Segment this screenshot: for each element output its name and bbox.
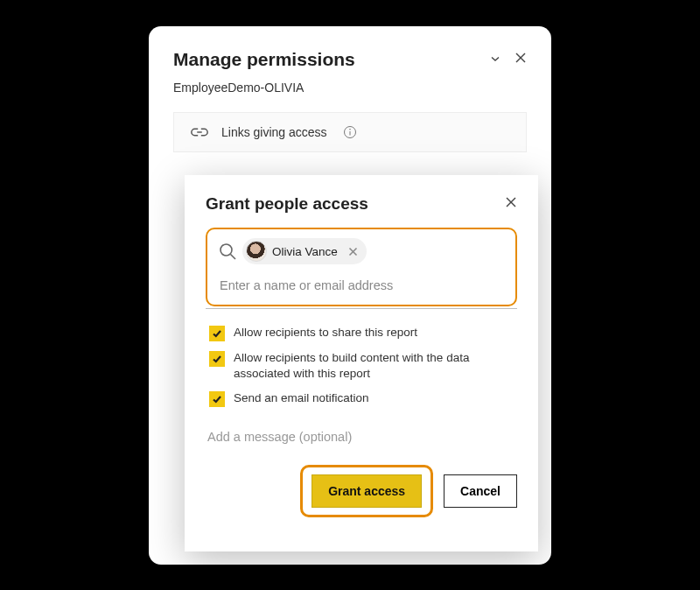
- close-dialog-button[interactable]: [505, 196, 517, 212]
- info-icon[interactable]: [343, 125, 357, 139]
- people-picker-highlight: Olivia Vance: [206, 228, 517, 306]
- people-search-input[interactable]: [218, 277, 505, 296]
- checkbox-email-notify[interactable]: [209, 391, 225, 407]
- close-icon: [514, 52, 527, 64]
- allow-build-label: Allow recipients to build content with t…: [234, 350, 517, 382]
- email-notify-label: Send an email notification: [234, 390, 369, 406]
- checkbox-allow-share[interactable]: [209, 326, 225, 341]
- grant-button-highlight: Grant access: [300, 465, 433, 517]
- grant-access-dialog: Grant people access Olivia Vance Allow r…: [185, 175, 538, 551]
- allow-share-row[interactable]: Allow recipients to share this report: [206, 325, 517, 341]
- panel-title: Manage permissions: [173, 49, 355, 70]
- person-chip-name: Olivia Vance: [272, 245, 338, 258]
- dialog-header: Grant people access: [206, 194, 517, 214]
- checkbox-allow-build[interactable]: [209, 351, 225, 367]
- people-picker-row[interactable]: Olivia Vance: [218, 238, 505, 264]
- message-input[interactable]: [206, 421, 517, 447]
- cancel-button[interactable]: Cancel: [444, 474, 517, 508]
- person-chip[interactable]: Olivia Vance: [242, 238, 367, 264]
- input-underline: [206, 308, 517, 309]
- svg-point-4: [349, 129, 351, 130]
- link-icon: [190, 126, 209, 138]
- email-notify-row[interactable]: Send an email notification: [206, 390, 517, 407]
- close-panel-button[interactable]: [514, 52, 527, 67]
- allow-share-label: Allow recipients to share this report: [234, 325, 417, 341]
- dialog-title: Grant people access: [206, 194, 368, 214]
- allow-build-row[interactable]: Allow recipients to build content with t…: [206, 350, 517, 382]
- search-icon: [218, 242, 237, 261]
- grant-access-button[interactable]: Grant access: [312, 474, 422, 508]
- svg-line-8: [231, 255, 236, 260]
- links-giving-access-label: Links giving access: [221, 125, 327, 139]
- chevron-down-icon: [490, 53, 500, 64]
- panel-header: Manage permissions: [173, 49, 527, 70]
- svg-point-7: [220, 244, 232, 256]
- avatar: [246, 241, 267, 262]
- links-giving-access-row[interactable]: Links giving access: [173, 112, 527, 152]
- dialog-button-row: Grant access Cancel: [206, 465, 517, 517]
- check-icon: [212, 394, 222, 404]
- close-icon: [505, 196, 517, 208]
- panel-header-actions: [490, 52, 527, 67]
- check-icon: [212, 328, 222, 339]
- check-icon: [212, 354, 222, 364]
- panel-subtitle: EmployeeDemo-OLIVIA: [173, 81, 527, 95]
- remove-person-icon[interactable]: [348, 247, 358, 256]
- expand-button[interactable]: [490, 52, 500, 67]
